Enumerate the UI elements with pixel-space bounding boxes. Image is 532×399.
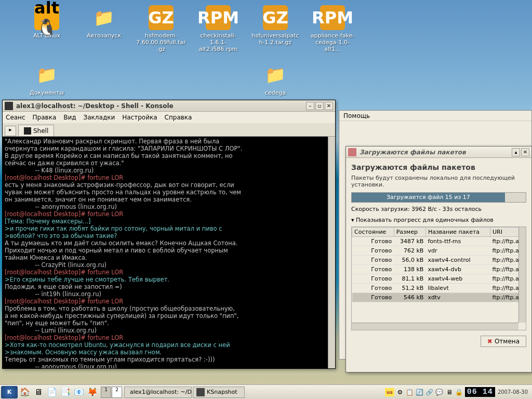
task-icon <box>196 388 205 396</box>
maximize-button[interactable]: ▫ <box>315 102 324 110</box>
download-desc: Пакеты будут сохранены локально для посл… <box>351 175 526 188</box>
icon-label: checkinstall-1.6.1-alt2.i586.rpm <box>192 32 244 52</box>
virtual-desktop-1[interactable]: 1 <box>101 387 111 398</box>
download-dialog: Загружаются файлы пакетов ▴ ✕ Загружаютс… <box>345 146 532 373</box>
table-row[interactable]: Готово81,1 kBxawtv4-webftp://ftp.a <box>352 274 526 284</box>
desktop-launcher[interactable]: 🖥 <box>32 386 45 398</box>
desktop-icon[interactable]: 📁Автозапуск <box>78 5 130 39</box>
menu-item[interactable]: Справка <box>165 114 192 121</box>
konsole-title: alex1@localhost: ~/Desktop - Shell - Kon… <box>16 102 306 110</box>
cancel-label: Отмена <box>495 338 520 345</box>
tray-icon[interactable]: ⚙ <box>396 388 404 396</box>
date: 2007-08-30 <box>497 389 529 395</box>
table-row[interactable]: Готово762 kBvdrftp://ftp.a <box>352 246 526 256</box>
close-button[interactable]: ✕ <box>521 148 529 156</box>
desktop-icon[interactable]: alt🐧ALT Linux <box>21 5 73 39</box>
desktop-icon[interactable]: RPMcheckinstall-1.6.1-alt2.i586.rpm <box>192 5 244 52</box>
progress-fill: Загружается файл 15 из 17 <box>352 193 505 202</box>
icon-label: cedega <box>249 89 301 96</box>
download-title: Загружаются файлы пакетов <box>360 149 512 156</box>
tray-icon[interactable]: 🖥 <box>445 388 454 396</box>
kontact-launcher[interactable]: 📧 <box>73 386 85 398</box>
table-row[interactable]: Готово51,2 kBlibalevtftp://ftp.a <box>352 284 526 293</box>
download-table: СостояниеРазмерНазвание пакетаURIГотово3… <box>351 227 526 330</box>
tab-label: Shell <box>33 127 48 135</box>
terminal-scrollbar[interactable] <box>328 137 335 368</box>
disclose-toggle[interactable]: Показывать прогресс для одиночных файлов <box>351 217 526 223</box>
taskbar: K 🏠 🖥 📄 📑 📧 🦊 1 2 alex1@localhost: ~/Des… <box>0 384 532 399</box>
new-tab-button[interactable]: ▸ <box>5 126 16 136</box>
virtual-desktop-2[interactable]: 2 <box>112 387 122 398</box>
task-label: alex1@localhost: ~/Deskto <box>130 389 192 395</box>
k-menu-button[interactable]: K <box>1 386 18 398</box>
icon-label: Документы <box>21 89 73 96</box>
desktop-icon[interactable]: GZhsfuniversalpatch-1.2.tar.gz <box>249 5 301 46</box>
icon-label: hsfmodem-7.60.00.09full.tar.gz <box>135 32 187 52</box>
close-button[interactable]: ✕ <box>325 102 333 110</box>
shade-button[interactable]: ▴ <box>512 148 520 156</box>
download-titlebar[interactable]: Загружаются файлы пакетов ▴ ✕ <box>346 147 531 158</box>
konsole-window: alex1@localhost: ~/Desktop - Shell - Kon… <box>2 100 336 369</box>
icon-label: appliance-fake-cedega-1.0-alt1... <box>307 32 358 52</box>
table-header[interactable]: Состояние <box>352 228 394 237</box>
desktop-icon[interactable]: RPMappliance-fake-cedega-1.0-alt1... <box>307 5 358 52</box>
home-launcher[interactable]: 🏠 <box>19 386 31 398</box>
tray-icon[interactable]: 🔗 <box>425 388 434 396</box>
table-row[interactable]: Готово546 kBxdtvftp://ftp.a <box>352 293 526 302</box>
menu-item[interactable]: Закладки <box>84 114 115 121</box>
system-tray: us ⚙ 📋 🔄 🔗 💬 🖥 🔒 06 14 2007-08-30 <box>383 387 531 397</box>
tray-icon[interactable]: 📋 <box>406 388 414 396</box>
table-row[interactable]: Готово138 kBxawtv4-dvbftp://ftp.a <box>352 265 526 274</box>
office2-launcher[interactable]: 📑 <box>59 386 72 398</box>
konsole-tabbar: ▸ Shell <box>3 123 335 137</box>
office-launcher[interactable]: 📄 <box>46 386 58 398</box>
download-speed: Скорость загрузки: 3962 В/с - 33s остало… <box>351 206 526 212</box>
menu-item[interactable]: Вид <box>63 114 76 121</box>
icon-label: Автозапуск <box>78 32 130 39</box>
tab-shell[interactable]: Shell <box>18 125 54 136</box>
terminal-output[interactable]: "Александр Иванович раскрыл скриншот. Пе… <box>3 137 335 368</box>
firefox-launcher[interactable]: 🦊 <box>86 386 99 398</box>
menu-item[interactable]: Сеанс <box>6 114 25 121</box>
table-header[interactable]: Название пакета <box>425 228 490 237</box>
task-label: KSnapshot <box>207 389 237 395</box>
table-vscrollbar[interactable] <box>518 227 526 323</box>
clock[interactable]: 06 14 <box>465 387 495 397</box>
desktop-icon[interactable]: 📁cedega <box>249 62 301 96</box>
synaptic-menu-help[interactable]: Помощь <box>343 112 370 119</box>
desktop-icon[interactable]: GZhsfmodem-7.60.00.09full.tar.gz <box>135 5 187 52</box>
table-header[interactable]: Размер <box>394 228 425 237</box>
konsole-app-icon <box>5 102 13 110</box>
cancel-x-icon: ✖ <box>487 338 493 345</box>
table-hscrollbar[interactable] <box>352 323 518 330</box>
konsole-titlebar[interactable]: alex1@localhost: ~/Desktop - Shell - Kon… <box>3 100 335 112</box>
konsole-menubar: СеансПравкаВидЗакладкиНастройкаСправка <box>3 112 335 123</box>
table-row[interactable]: Готово3487 kBfonts-ttf-msftp://ftp.a <box>352 237 526 246</box>
keyboard-layout-icon[interactable]: us <box>385 388 394 396</box>
taskbar-task[interactable]: KSnapshot <box>193 387 245 398</box>
menu-item[interactable]: Настройка <box>122 114 157 121</box>
taskbar-task[interactable]: alex1@localhost: ~/Deskto <box>124 387 192 398</box>
icon-label: hsfuniversalpatch-1.2.tar.gz <box>249 32 301 46</box>
download-heading: Загружаются файлы пакетов <box>351 163 526 171</box>
terminal-icon <box>24 127 31 135</box>
desktop-pager: 1 2 <box>101 387 122 398</box>
tray-icon[interactable]: 🔒 <box>455 388 463 396</box>
tray-icon[interactable]: 💬 <box>435 388 444 396</box>
download-icon <box>348 148 356 156</box>
progress-bar: Загружается файл 15 из 17 <box>351 192 526 203</box>
cancel-button[interactable]: ✖Отмена <box>481 336 526 347</box>
menu-item[interactable]: Правка <box>33 114 57 121</box>
tray-icon[interactable]: 🔄 <box>416 388 424 396</box>
minimize-button[interactable]: – <box>306 102 314 110</box>
table-row[interactable]: Готово56,0 kBxawtv4-controlftp://ftp.a <box>352 256 526 265</box>
desktop-icon[interactable]: 📁Документы <box>21 62 73 96</box>
